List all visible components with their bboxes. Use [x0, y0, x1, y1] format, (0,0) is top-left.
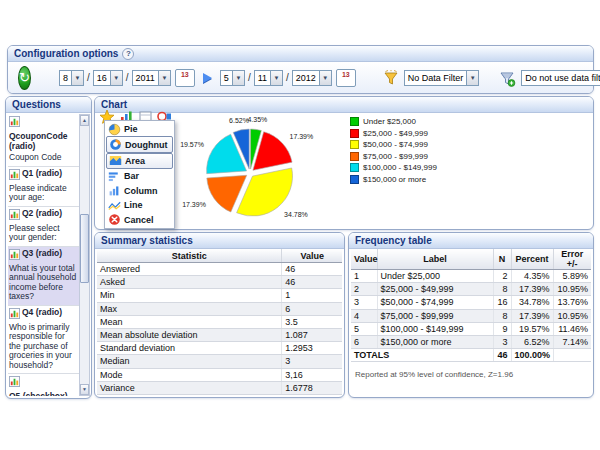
question-item-q4[interactable]: Q4 (radio)Who is primarily responsible f…: [8, 306, 79, 375]
statistic-value: 3: [282, 355, 342, 368]
frequency-column-header: N: [493, 249, 511, 270]
menu-item-doughnut[interactable]: Doughnut: [106, 136, 173, 152]
statistic-name: Answered: [97, 263, 282, 276]
summary-row[interactable]: Median3: [97, 355, 342, 368]
date-separator: /: [86, 72, 91, 83]
scroll-down-icon[interactable]: ▼: [80, 384, 89, 395]
question-item-q3[interactable]: Q3 (radio)What is your total annual hous…: [8, 247, 79, 306]
from-day-select[interactable]: 16▼: [93, 70, 123, 86]
help-icon[interactable]: ?: [122, 48, 134, 60]
frequency-cell: 34.78%: [511, 296, 553, 309]
frequency-cell: 10.95%: [553, 309, 591, 322]
pie-percentage-label: 6.52%: [229, 117, 249, 124]
custom-filter-select[interactable]: Do not use data filter▼: [521, 70, 600, 86]
add-filter-funnel-icon[interactable]: [497, 68, 517, 88]
to-day-select[interactable]: 11▼: [254, 70, 283, 86]
question-item-qcouponcode[interactable]: QcouponCode (radio)Coupon Code: [8, 114, 79, 167]
frequency-cell: $100,000 - $149,999: [377, 322, 493, 335]
bar-icon: [108, 170, 121, 183]
question-name: Q4 (radio): [22, 307, 62, 317]
data-filter-select[interactable]: No Data Filter▼: [404, 70, 480, 86]
menu-item-bar[interactable]: Bar: [106, 169, 173, 183]
summary-row[interactable]: Max6: [97, 302, 342, 315]
summary-row[interactable]: Answered46: [97, 263, 342, 276]
legend-item: $150,000 or more: [350, 174, 437, 186]
questions-scrollbar[interactable]: ▲ ▼: [79, 114, 90, 396]
legend-label: $100,000 - $149,999: [363, 163, 437, 172]
frequency-cell: 11.46%: [553, 322, 591, 335]
statistic-value: 46: [282, 263, 342, 276]
statistic-name: Range: [97, 394, 282, 395]
frequency-column-header: Percent: [511, 249, 553, 270]
legend-label: $75,000 - $99,999: [363, 152, 428, 161]
menu-item-label: Bar: [124, 171, 139, 181]
frequency-panel-header: Frequency table: [349, 233, 593, 249]
frequency-row[interactable]: 5$100,000 - $149,999919.57%11.46%: [351, 322, 591, 335]
legend-item: $75,000 - $99,999: [350, 151, 437, 163]
frequency-cell: 9: [493, 322, 511, 335]
frequency-row[interactable]: 3$50,000 - $74,9991634.78%13.76%: [351, 296, 591, 309]
frequency-cell: 16: [493, 296, 511, 309]
frequency-cell: $75,000 - $99,999: [377, 309, 493, 322]
statistic-name: Mean: [97, 315, 282, 328]
frequency-row[interactable]: 4$75,000 - $99,999817.39%10.95%: [351, 309, 591, 322]
legend-swatch: [350, 129, 359, 138]
frequency-row[interactable]: 2$25,000 - $49,999817.39%10.95%: [351, 283, 591, 296]
statistic-name: Max: [97, 302, 282, 315]
question-item-q5[interactable]: Q5 (checkbox)Which of the following bran…: [8, 374, 79, 396]
frequency-table: ValueLabelNPercentError +/-1Under $25,00…: [351, 249, 591, 362]
summary-row[interactable]: Min1: [97, 289, 342, 302]
frequency-row[interactable]: 6$150,000 or more36.52%7.14%: [351, 335, 591, 348]
summary-row[interactable]: Mean absolute deviation1.087: [97, 328, 342, 341]
legend-label: $25,000 - $49,999: [363, 129, 428, 138]
summary-row[interactable]: Range5: [97, 394, 342, 395]
line-icon: [108, 199, 121, 212]
frequency-cell: 19.57%: [511, 322, 553, 335]
statistic-name: Median: [97, 355, 282, 368]
summary-row[interactable]: Mode3,16: [97, 368, 342, 381]
from-month-select[interactable]: 8▼: [59, 70, 84, 86]
summary-row[interactable]: Standard deviation1.2953: [97, 342, 342, 355]
summary-row[interactable]: Variance1.6778: [97, 381, 342, 394]
pie-percentage-label: 34.78%: [284, 211, 308, 218]
frequency-title: Frequency table: [355, 233, 432, 248]
frequency-column-header: Label: [377, 249, 493, 270]
menu-item-pie[interactable]: Pie: [106, 122, 173, 136]
scroll-up-icon[interactable]: ▲: [80, 115, 89, 126]
frequency-cell: 13.76%: [553, 296, 591, 309]
frequency-cell: 17.39%: [511, 309, 553, 322]
menu-item-line[interactable]: Line: [106, 198, 173, 212]
from-calendar-icon[interactable]: 13: [175, 69, 195, 87]
frequency-cell: 6.52%: [511, 335, 553, 348]
legend-item: $25,000 - $49,999: [350, 128, 437, 140]
statistic-name: Min: [97, 289, 282, 302]
menu-item-cancel[interactable]: Cancel: [106, 212, 173, 226]
summary-panel-header: Summary statistics: [95, 233, 344, 249]
to-year-select[interactable]: 2012▼: [292, 70, 332, 86]
pie-icon: [108, 123, 121, 136]
statistic-value: 46: [282, 276, 342, 289]
menu-item-area[interactable]: Area: [106, 153, 173, 169]
summary-row[interactable]: Mean3.5: [97, 315, 342, 328]
refresh-button[interactable]: ↻: [18, 66, 31, 90]
to-month-select[interactable]: 5▼: [220, 70, 245, 86]
frequency-cell: 1: [351, 270, 377, 283]
frequency-row[interactable]: 1Under $25,00024.35%5.89%: [351, 270, 591, 283]
legend-label: $150,000 or more: [363, 175, 426, 184]
column-icon: [108, 184, 121, 197]
to-calendar-icon[interactable]: 13: [336, 69, 356, 87]
scrollbar-thumb[interactable]: [80, 214, 89, 283]
question-item-q2[interactable]: Q2 (radio)Please select your gender:: [8, 207, 79, 247]
totals-row: TOTALS46100.00%: [351, 349, 591, 362]
chevron-down-icon: ▼: [71, 71, 83, 85]
from-year-select[interactable]: 2011▼: [132, 70, 171, 86]
menu-item-column[interactable]: Column: [106, 184, 173, 198]
questions-panel: Questions QcouponCode (radio)Coupon Code…: [5, 96, 92, 399]
question-description: Coupon Code: [9, 153, 78, 163]
statistic-value: 3,16: [282, 368, 342, 381]
frequency-cell: 3: [493, 335, 511, 348]
doughnut-icon: [109, 138, 122, 151]
question-item-q1[interactable]: Q1 (radio)Please indicate your age:: [8, 167, 79, 207]
question-chart-icon: [9, 249, 20, 262]
summary-row[interactable]: Asked46: [97, 276, 342, 289]
